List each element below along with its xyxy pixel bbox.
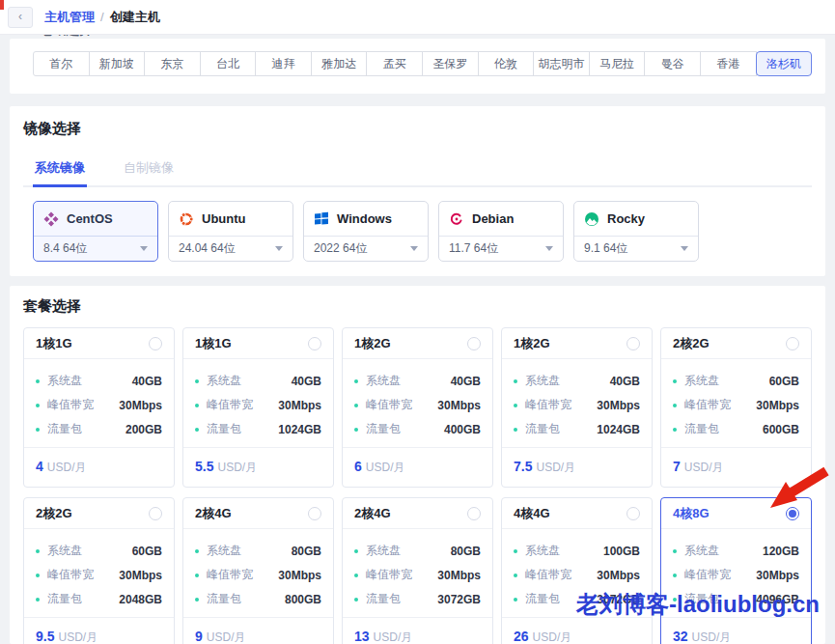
- region-button-4[interactable]: 迪拜: [255, 51, 312, 76]
- bullet-dot-icon: [195, 574, 199, 577]
- spec-row: 系统盘100GB: [514, 539, 640, 563]
- region-button-9[interactable]: 胡志明市: [533, 51, 590, 76]
- chevron-down-icon: [681, 246, 688, 251]
- bullet-dot-icon: [673, 379, 677, 383]
- plan-price-suffix: USD/月: [58, 630, 97, 644]
- plan-card-7[interactable]: 2核4G系统盘80GB峰值带宽30Mbps流量包3072GB13USD/月: [342, 497, 493, 644]
- os-version-select[interactable]: 8.4 64位: [34, 237, 157, 261]
- plan-radio[interactable]: [308, 507, 321, 520]
- spec-row: 系统盘40GB: [36, 369, 162, 393]
- bullet-dot-icon: [354, 379, 358, 383]
- spec-value: 60GB: [132, 545, 162, 558]
- bullet-dot-icon: [673, 574, 677, 577]
- chevron-down-icon: [545, 246, 553, 251]
- tab-system-image[interactable]: 系统镜像: [33, 154, 87, 187]
- plan-card-1[interactable]: 1核1G系统盘40GB峰值带宽30Mbps流量包1024GB5.5USD/月: [182, 327, 334, 488]
- os-card-windows[interactable]: Windows2022 64位: [303, 201, 429, 262]
- bullet-dot-icon: [36, 379, 40, 383]
- spec-row: 系统盘40GB: [195, 369, 321, 393]
- ubuntu-icon: [179, 211, 194, 227]
- topbar: ‹ 主机管理 / 创建主机: [0, 0, 835, 35]
- os-version-select[interactable]: 2022 64位: [304, 237, 428, 261]
- windows-icon: [314, 211, 329, 227]
- region-button-10[interactable]: 马尼拉: [589, 51, 646, 76]
- region-button-1[interactable]: 新加坡: [89, 51, 146, 76]
- spec-value: 1024GB: [278, 423, 321, 436]
- plan-card-6[interactable]: 2核4G系统盘80GB峰值带宽30Mbps流量包800GB9USD/月: [182, 497, 334, 644]
- spec-label: 峰值带宽: [47, 397, 94, 413]
- spec-label: 峰值带宽: [366, 397, 412, 413]
- spec-value: 40GB: [292, 375, 321, 388]
- plan-card-8[interactable]: 4核4G系统盘100GB峰值带宽30Mbps流量包3072GB26USD/月: [501, 497, 653, 644]
- plan-radio[interactable]: [149, 507, 162, 520]
- plan-title: 1核1G: [195, 335, 232, 352]
- image-tabs: 系统镜像 自制镜像: [23, 154, 812, 187]
- debian-icon: [449, 211, 464, 227]
- plan-price-suffix: USD/月: [207, 630, 246, 644]
- region-button-8[interactable]: 伦敦: [478, 51, 535, 76]
- region-button-5[interactable]: 雅加达: [311, 51, 368, 76]
- os-card-row: CentOS8.4 64位Ubuntu24.04 64位Windows2022 …: [23, 201, 812, 262]
- plan-card-5[interactable]: 2核2G系统盘60GB峰值带宽30Mbps流量包2048GB9.5USD/月: [23, 497, 175, 644]
- plan-radio[interactable]: [149, 337, 162, 350]
- plan-body: 系统盘60GB峰值带宽30Mbps流量包2048GB: [24, 529, 174, 617]
- tab-custom-image[interactable]: 自制镜像: [122, 154, 176, 185]
- plan-radio[interactable]: [467, 337, 481, 350]
- spec-row: 峰值带宽30Mbps: [36, 563, 162, 587]
- plan-title: 2核4G: [354, 505, 391, 522]
- spec-label: 峰值带宽: [207, 567, 253, 583]
- plan-price: 5.5: [195, 459, 213, 474]
- corner-artifact: [0, 0, 4, 10]
- plan-card-4[interactable]: 2核2G系统盘60GB峰值带宽30Mbps流量包600GB7USD/月: [660, 327, 812, 488]
- plan-radio[interactable]: [308, 337, 321, 350]
- spec-value: 120GB: [763, 545, 799, 558]
- spec-label: 峰值带宽: [207, 397, 253, 413]
- bullet-dot-icon: [514, 379, 517, 383]
- region-button-11[interactable]: 曼谷: [644, 51, 701, 76]
- plan-radio[interactable]: [626, 337, 640, 350]
- region-button-0[interactable]: 首尔: [33, 51, 90, 76]
- plan-radio[interactable]: [786, 337, 799, 350]
- region-button-13[interactable]: 洛杉矶: [756, 51, 813, 76]
- region-button-2[interactable]: 东京: [144, 51, 201, 76]
- os-version-select[interactable]: 11.7 64位: [439, 237, 563, 261]
- plan-card-9[interactable]: 4核8G系统盘120GB峰值带宽30Mbps流量包4096GB32USD/月: [660, 497, 812, 644]
- plan-footer: 7.5USD/月: [502, 447, 652, 487]
- plan-radio[interactable]: [626, 507, 640, 520]
- plan-title: 1核2G: [514, 335, 550, 352]
- region-button-3[interactable]: 台北: [200, 51, 257, 76]
- os-card-ubuntu[interactable]: Ubuntu24.04 64位: [168, 201, 293, 262]
- region-button-7[interactable]: 圣保罗: [422, 51, 479, 76]
- os-card-debian[interactable]: Debian11.7 64位: [438, 201, 564, 262]
- spec-row: 系统盘40GB: [354, 369, 481, 393]
- spec-row: 流量包200GB: [36, 417, 162, 441]
- plan-card-0[interactable]: 1核1G系统盘40GB峰值带宽30Mbps流量包200GB4USD/月: [23, 327, 175, 488]
- os-card-top: Rocky: [574, 202, 698, 237]
- spec-label: 系统盘: [366, 543, 401, 559]
- plan-price-suffix: USD/月: [536, 460, 575, 476]
- plan-price-suffix: USD/月: [366, 460, 405, 476]
- breadcrumb-host-management[interactable]: 主机管理: [44, 9, 95, 26]
- os-version-select[interactable]: 9.1 64位: [574, 237, 698, 261]
- os-name: Debian: [472, 211, 514, 226]
- spec-row: 峰值带宽30Mbps: [673, 393, 799, 417]
- region-button-6[interactable]: 孟买: [366, 51, 423, 76]
- os-card-centos[interactable]: CentOS8.4 64位: [33, 201, 158, 262]
- os-card-rocky[interactable]: Rocky9.1 64位: [573, 201, 699, 262]
- spec-row: 流量包1024GB: [514, 417, 640, 441]
- back-button[interactable]: ‹: [8, 7, 33, 28]
- bullet-dot-icon: [354, 549, 358, 553]
- os-version-select[interactable]: 24.04 64位: [169, 237, 292, 261]
- spec-value: 40GB: [451, 375, 481, 388]
- plan-radio[interactable]: [467, 507, 481, 520]
- region-group: 首尔新加坡东京台北迪拜雅加达孟买圣保罗伦敦胡志明市马尼拉曼谷香港洛杉矶: [33, 51, 812, 76]
- spec-row: 系统盘120GB: [673, 539, 799, 563]
- plan-price-suffix: USD/月: [374, 630, 413, 644]
- region-button-12[interactable]: 香港: [700, 51, 757, 76]
- spec-row: 系统盘60GB: [36, 539, 162, 563]
- plan-header: 2核4G: [183, 498, 333, 529]
- plan-card-3[interactable]: 1核2G系统盘40GB峰值带宽30Mbps流量包1024GB7.5USD/月: [501, 327, 653, 488]
- bullet-dot-icon: [195, 428, 199, 432]
- plan-card-2[interactable]: 1核2G系统盘40GB峰值带宽30Mbps流量包400GB6USD/月: [342, 327, 493, 488]
- plan-title: 1核1G: [36, 335, 72, 352]
